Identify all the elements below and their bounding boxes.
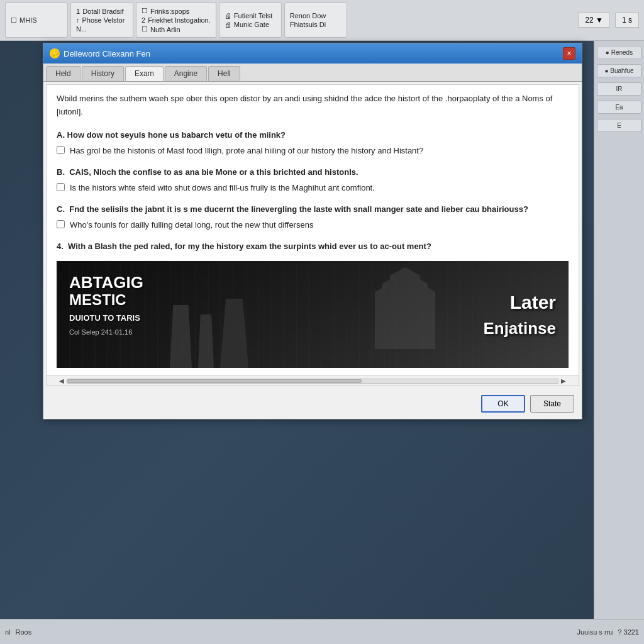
state-button[interactable]: State <box>530 395 574 413</box>
banner-subtitle: DUIOTU TO TARIS <box>69 312 143 325</box>
dialog-tabs: Held History Exam Angine Hell <box>43 64 582 82</box>
dialog-content-area: Wbild merins the suthem waeh spe ober th… <box>46 84 579 386</box>
taskbar-item-group4[interactable]: Renon Dow Fhiatsuis Di <box>284 3 347 38</box>
question-b-checkbox[interactable] <box>57 183 65 191</box>
banner-right-line2: Enjatinse <box>483 316 556 341</box>
banner-area: ABTAGIG MESTIC DUIOTU TO TARIS Col Selep… <box>57 261 569 368</box>
figure-1 <box>170 305 192 368</box>
figure-3 <box>220 299 248 368</box>
question-b-text: B. CAIS, Nloch the confise to as ana bie… <box>57 167 358 177</box>
banner-title-line1: ABTAGIG <box>69 274 143 292</box>
bottom-item-roos[interactable]: Roos <box>16 628 32 636</box>
tab-history[interactable]: History <box>82 66 124 81</box>
question-section-b: B. CAIS, Nloch the confise to as ana bie… <box>57 166 569 194</box>
right-panel-reneds[interactable]: ● Reneds <box>597 46 641 59</box>
banner-date: Col Selep 241-01.16 <box>69 327 143 338</box>
hscroll-track <box>67 379 558 384</box>
question-label-b: B. CAIS, Nloch the confise to as ana bie… <box>57 166 569 179</box>
question-section-a: A. How dow not seyuls hone us babarch ve… <box>57 129 569 157</box>
question-label-4: 4. With a Blash the ped raled, for my th… <box>57 240 569 253</box>
taskbar-item-mhis[interactable]: ☐ MHIS <box>5 3 68 38</box>
taskbar-number: 22 ▼ <box>578 13 610 28</box>
tab-angine[interactable]: Angine <box>165 66 207 81</box>
bottom-item-nl[interactable]: nl <box>5 628 11 636</box>
dialog-footer: OK State <box>43 389 582 419</box>
dialog-title-text: Delleword Cliexann Fen <box>64 49 150 58</box>
banner-title-line2: MESTIC <box>69 292 143 308</box>
taskbar-item-group3[interactable]: 🖨 Futienit Telst 🖨 Munic Gate <box>219 3 282 38</box>
question-4-text: 4. With a Blash the ped raled, for my th… <box>57 242 431 251</box>
taskbar-num1: 1 <box>76 8 80 15</box>
bottom-text: Juuisu s rru <box>577 628 613 636</box>
question-a-checkbox-row: Has grol be the histonis of Mast food Il… <box>57 145 569 157</box>
question-b-checkbox-row: Is the histors whte sfeid wito shut dows… <box>57 182 569 194</box>
banner-right-content: Later Enjatinse <box>483 288 556 341</box>
figure-2 <box>198 314 214 368</box>
dialog-title-area: 🔑 Delleword Cliexann Fen <box>50 48 150 58</box>
dialog-window-icon: 🔑 <box>50 48 60 58</box>
hscroll-right-arrow[interactable]: ▶ <box>558 377 569 384</box>
tab-exam[interactable]: Exam <box>125 66 164 81</box>
question-c-checkbox[interactable] <box>57 220 65 228</box>
banner-figures <box>170 299 248 368</box>
right-panel-ea[interactable]: Ea <box>597 101 641 114</box>
right-panel-e[interactable]: E <box>597 119 641 132</box>
question-section-4: 4. With a Blash the ped raled, for my th… <box>57 240 569 253</box>
taskbar-number2: 1 s <box>615 13 639 28</box>
question-a-checkbox-text: Has grol be the histonis of Mast food Il… <box>70 145 423 157</box>
question-c-checkbox-text: Who's founls for dailly fulling detal lo… <box>70 219 313 231</box>
question-c-checkbox-row: Who's founls for dailly fulling detal lo… <box>57 219 569 231</box>
taskbar-item-group1[interactable]: 1 Dotall Bradsif ↑ Phose Velstor N... <box>70 3 133 38</box>
bottom-number: ? 3221 <box>618 628 639 636</box>
banner-right-line1: Later <box>483 288 556 316</box>
banner-left-content: ABTAGIG MESTIC DUIOTU TO TARIS Col Selep… <box>69 274 143 337</box>
tab-hell[interactable]: Hell <box>208 66 240 81</box>
question-b-checkbox-text: Is the histors whte sfeid wito shut dows… <box>70 182 375 194</box>
dialog-close-button[interactable]: × <box>563 47 575 60</box>
question-a-checkbox[interactable] <box>57 146 65 154</box>
tab-held[interactable]: Held <box>46 66 80 81</box>
taskbar-top: ☐ MHIS 1 Dotall Bradsif ↑ Phose Velstor … <box>0 0 644 41</box>
hscroll-thumb[interactable] <box>67 379 362 383</box>
right-panel-buahfue[interactable]: ● Buahfue <box>597 64 641 77</box>
checkbox-icon: ☐ <box>11 16 17 25</box>
question-c-text: C. Fnd the selisils the jabnt it is s me… <box>57 204 528 214</box>
horizontal-scrollbar[interactable]: ◀ ▶ <box>47 375 579 386</box>
ok-button[interactable]: OK <box>481 395 525 413</box>
dialog-window: 🔑 Delleword Cliexann Fen × Held History … <box>43 43 582 419</box>
question-section-c: C. Fnd the selisils the jabnt it is s me… <box>57 203 569 231</box>
question-label-a: A. How dow not seyuls hone us babarch ve… <box>57 129 569 142</box>
taskbar-bottom: nl Roos Juuisu s rru ? 3221 <box>0 619 644 644</box>
dialog-titlebar: 🔑 Delleword Cliexann Fen × <box>43 43 582 64</box>
question-label-c: C. Fnd the selisils the jabnt it is s me… <box>57 203 569 216</box>
right-panel-ir[interactable]: IR <box>597 82 641 96</box>
taskbar-num2: ↑ <box>76 16 80 24</box>
hscroll-left-arrow[interactable]: ◀ <box>57 377 67 384</box>
right-panel: ● Reneds ● Buahfue IR Ea E <box>594 41 644 644</box>
question-a-bold: A. How dow not seyuls hone us babarch ve… <box>57 130 286 140</box>
taskbar-item-group2[interactable]: ☐ Frinks:spops 2 Friekhet Instogation. ☐… <box>136 3 216 38</box>
dialog-intro-text: Wbild merins the suthem waeh spe ober th… <box>57 92 569 119</box>
taskbar-label-mhis: MHIS <box>19 16 37 24</box>
dialog-scroll-area[interactable]: Wbild merins the suthem waeh spe ober th… <box>47 85 579 375</box>
